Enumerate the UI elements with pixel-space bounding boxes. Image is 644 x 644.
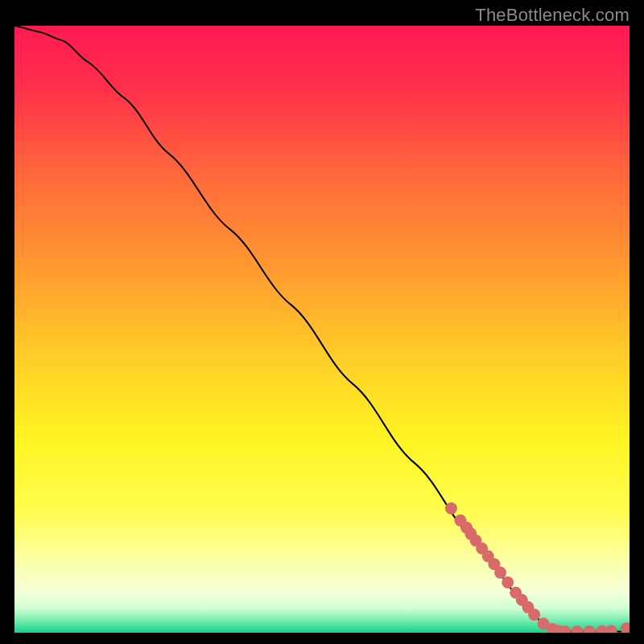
data-marker <box>445 502 457 514</box>
watermark-text: TheBottleneck.com <box>475 5 630 26</box>
data-marker <box>494 567 506 579</box>
plot-area <box>14 26 630 633</box>
chart-frame: TheBottleneck.com <box>0 0 644 644</box>
chart-svg <box>14 26 630 633</box>
data-marker <box>502 576 514 588</box>
data-marker <box>528 609 540 621</box>
gradient-background <box>14 26 630 633</box>
